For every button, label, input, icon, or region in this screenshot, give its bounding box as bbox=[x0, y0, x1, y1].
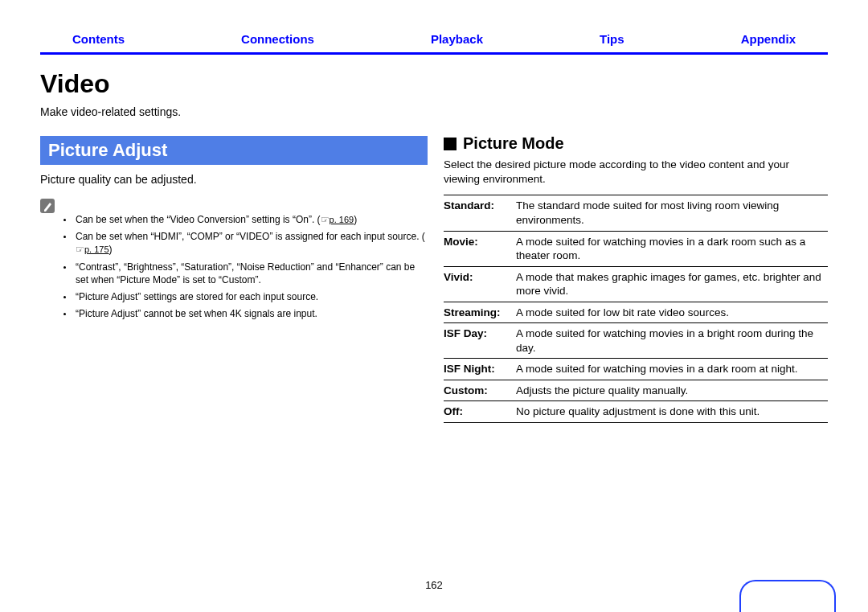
note-item: “Contrast”, “Brightness”, “Saturation”, … bbox=[74, 261, 428, 286]
table-row: ISF Day: A mode suited for watching movi… bbox=[444, 323, 828, 359]
table-row: Off: No picture quality adjustment is do… bbox=[444, 401, 828, 423]
mode-text: A mode that makes graphic images for gam… bbox=[516, 266, 828, 302]
mode-label: Custom: bbox=[444, 380, 516, 401]
note-item: Can be set when “HDMI”, “COMP” or “VIDEO… bbox=[74, 230, 428, 256]
mode-text: Adjusts the picture quality manually. bbox=[516, 380, 828, 401]
nav-playback[interactable]: Playback bbox=[431, 32, 483, 46]
pencil-icon bbox=[40, 199, 55, 213]
picture-adjust-heading: Picture Adjust bbox=[40, 136, 428, 165]
nav-rule bbox=[40, 52, 828, 55]
notes-list: Can be set when the “Video Conversion” s… bbox=[63, 213, 428, 320]
nav-appendix[interactable]: Appendix bbox=[741, 32, 796, 46]
picture-mode-heading: Picture Mode bbox=[463, 134, 564, 153]
mode-label: Vivid: bbox=[444, 266, 516, 302]
mode-text: A mode suited for low bit rate video sou… bbox=[516, 302, 828, 323]
table-row: Standard: The standard mode suited for m… bbox=[444, 195, 828, 231]
mode-text: No picture quality adjustment is done wi… bbox=[516, 401, 828, 423]
table-row: Vivid: A mode that makes graphic images … bbox=[444, 266, 828, 302]
mode-label: Off: bbox=[444, 401, 516, 423]
mode-text: A mode suited for watching movies in a d… bbox=[516, 359, 828, 380]
table-row: Custom: Adjusts the picture quality manu… bbox=[444, 380, 828, 401]
note-item: “Picture Adjust” cannot be set when 4K s… bbox=[74, 307, 428, 320]
xref-p169[interactable]: p. 169 bbox=[330, 215, 354, 224]
page-number: 162 bbox=[0, 579, 868, 591]
corner-tab bbox=[739, 580, 836, 612]
table-row: Streaming: A mode suited for low bit rat… bbox=[444, 302, 828, 323]
mode-text: A mode suited for watching movies in a d… bbox=[516, 231, 828, 266]
mode-label: Streaming: bbox=[444, 302, 516, 323]
picture-mode-desc: Select the desired picture mode accordin… bbox=[444, 158, 828, 187]
page-intro: Make video-related settings. bbox=[40, 105, 828, 118]
mode-label: ISF Night: bbox=[444, 359, 516, 380]
nav-contents[interactable]: Contents bbox=[72, 32, 125, 46]
nav-tips[interactable]: Tips bbox=[600, 32, 624, 46]
mode-label: Standard: bbox=[444, 195, 516, 231]
mode-text: The standard mode suited for most living… bbox=[516, 195, 828, 231]
mode-text: A mode suited for watching movies in a b… bbox=[516, 323, 828, 359]
hand-icon: ☞ bbox=[76, 243, 84, 256]
table-row: Movie: A mode suited for watching movies… bbox=[444, 231, 828, 266]
mode-label: Movie: bbox=[444, 231, 516, 266]
picture-adjust-desc: Picture quality can be adjusted. bbox=[40, 173, 428, 186]
xref-p175[interactable]: p. 175 bbox=[84, 244, 109, 254]
top-nav: Contents Connections Playback Tips Appen… bbox=[40, 32, 828, 52]
note-item: Can be set when the “Video Conversion” s… bbox=[74, 213, 428, 226]
picture-mode-table: Standard: The standard mode suited for m… bbox=[444, 195, 828, 423]
hand-icon: ☞ bbox=[321, 213, 330, 226]
nav-connections[interactable]: Connections bbox=[241, 32, 314, 46]
mode-label: ISF Day: bbox=[444, 323, 516, 359]
square-bullet-icon bbox=[444, 138, 457, 150]
note-item: “Picture Adjust” settings are stored for… bbox=[74, 290, 428, 303]
page-title: Video bbox=[40, 69, 828, 99]
table-row: ISF Night: A mode suited for watching mo… bbox=[444, 359, 828, 380]
